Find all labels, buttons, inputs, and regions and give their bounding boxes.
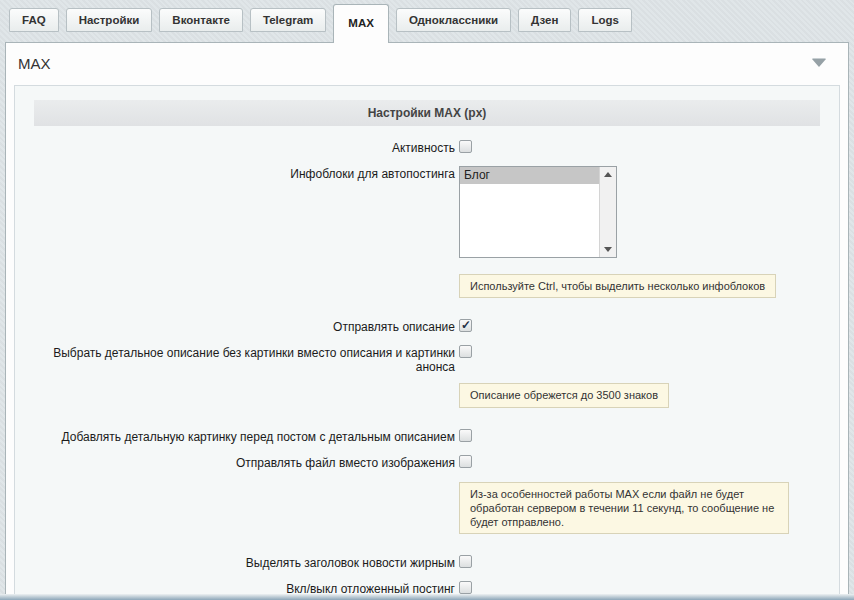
infoblocks-listbox[interactable]: Блог [459, 166, 617, 258]
activity-label: Активность [34, 140, 459, 155]
row-infoblocks-hint: Используйте Ctrl, чтобы выделить несколь… [34, 258, 820, 319]
send-description-label: Отправлять описание [34, 319, 459, 334]
detail-image-before-label: Добавлять детальную картинку перед посто… [34, 429, 459, 444]
row-detail-image-before: Добавлять детальную картинку перед посто… [34, 429, 820, 447]
content-area: MAX Настройки MAX (px) Активность Инфобл… [5, 42, 849, 594]
detail-image-before-checkbox[interactable] [459, 429, 472, 442]
file-instead-image-checkbox[interactable] [459, 455, 472, 468]
tab-faq[interactable]: FAQ [9, 8, 59, 32]
tab-settings[interactable]: Настройки [66, 8, 153, 32]
tab-odnoklassniki[interactable]: Одноклассники [396, 8, 511, 32]
section-header-bar: MAX [6, 43, 848, 85]
panel-title: Настройки MAX (px) [34, 100, 820, 126]
bold-title-checkbox[interactable] [459, 555, 472, 568]
page-title: MAX [18, 55, 51, 72]
tab-logs[interactable]: Logs [578, 8, 631, 32]
row-infoblocks: Инфоблоки для автопостинга Блог [34, 166, 820, 258]
row-send-description: Отправлять описание [34, 319, 820, 337]
tab-vkontakte[interactable]: Вконтакте [159, 8, 243, 32]
row-description-hint: Описание обрежется до 3500 знаков [34, 374, 820, 428]
infoblocks-hint: Используйте Ctrl, чтобы выделить несколь… [459, 274, 776, 298]
tab-dzen[interactable]: Дзен [518, 8, 571, 32]
bottom-edge-strip [0, 594, 854, 600]
detail-no-image-checkbox[interactable] [459, 345, 472, 358]
scroll-up-icon[interactable] [600, 167, 616, 182]
deferred-posting-label: Вкл/выкл отложенный постинг [34, 581, 459, 594]
row-activity: Активность [34, 140, 820, 158]
row-file-hint: Из-за особенностей работы MAX если файл … [34, 473, 820, 556]
bold-title-label: Выделять заголовок новости жирным [34, 555, 459, 570]
infoblocks-label: Инфоблоки для автопостинга [34, 166, 459, 181]
file-instead-image-label: Отправлять файл вместо изображения [34, 455, 459, 470]
file-processing-hint: Из-за особенностей работы MAX если файл … [459, 482, 789, 535]
listbox-option-blog[interactable]: Блог [460, 167, 599, 184]
row-file-instead-image: Отправлять файл вместо изображения [34, 455, 820, 473]
row-detail-no-image: Выбрать детальное описание без картинки … [34, 345, 820, 374]
settings-panel: Настройки MAX (px) Активность Инфоблоки … [14, 85, 840, 594]
activity-checkbox[interactable] [459, 140, 472, 153]
row-deferred-posting: Вкл/выкл отложенный постинг [34, 581, 820, 594]
deferred-posting-checkbox[interactable] [459, 581, 472, 594]
detail-no-image-label: Выбрать детальное описание без картинки … [34, 345, 459, 374]
scroll-down-icon[interactable] [600, 242, 616, 257]
description-limit-hint: Описание обрежется до 3500 знаков [459, 383, 669, 407]
send-description-checkbox[interactable] [459, 319, 472, 332]
tab-telegram[interactable]: Telegram [250, 8, 326, 32]
collapse-chevron-down-icon[interactable] [812, 59, 826, 67]
tab-max[interactable]: MAX [333, 4, 389, 43]
listbox-scrollbar[interactable] [599, 167, 616, 257]
row-bold-title: Выделять заголовок новости жирным [34, 555, 820, 573]
tab-bar: FAQ Настройки Вконтакте Telegram MAX Одн… [0, 0, 854, 42]
